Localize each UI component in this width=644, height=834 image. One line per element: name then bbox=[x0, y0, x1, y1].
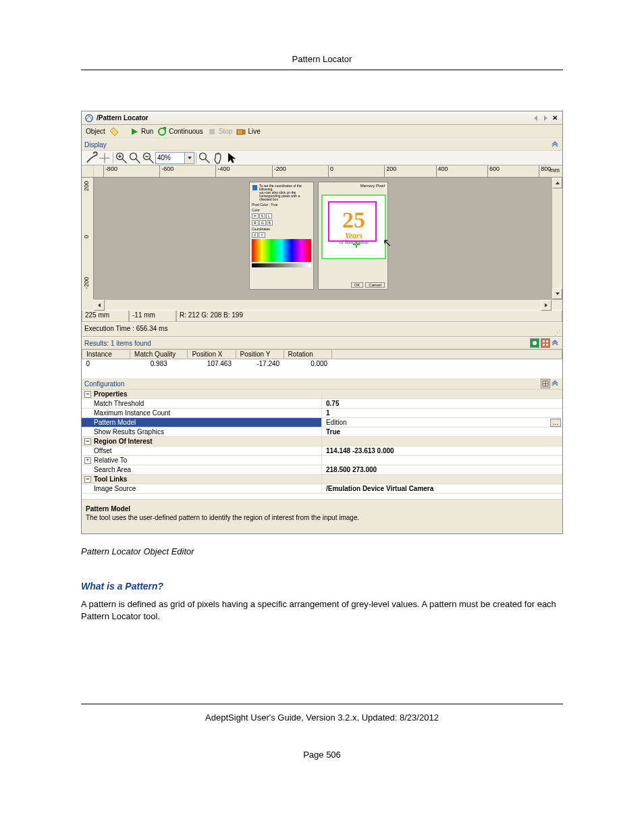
pattern-roi[interactable]: 25 Years of Innovation ✛ ↖ bbox=[321, 194, 386, 259]
hand-icon[interactable] bbox=[211, 151, 225, 165]
svg-rect-9 bbox=[543, 340, 545, 342]
expander-icon[interactable]: + bbox=[84, 457, 91, 464]
status-x: 225 mm bbox=[82, 311, 129, 322]
cell: 0 bbox=[82, 359, 130, 369]
color-rgb-row: R G B bbox=[252, 220, 311, 226]
color-section-label: Color bbox=[252, 208, 311, 212]
config-grid-icon[interactable] bbox=[541, 379, 550, 388]
center-marker: ✛ bbox=[352, 239, 360, 251]
collapse-display-button[interactable] bbox=[550, 140, 560, 149]
prop-show-results-graphics[interactable]: Show Results Graphics True bbox=[82, 427, 562, 437]
svg-rect-2 bbox=[209, 129, 215, 134]
horizontal-ruler: -800 -600 -400 -200 0 200 400 600 800 mm bbox=[82, 165, 562, 178]
col-position-x[interactable]: Position X bbox=[188, 350, 236, 359]
scroll-left-button[interactable] bbox=[94, 300, 105, 311]
horizontal-scrollbar[interactable] bbox=[94, 299, 552, 310]
color-picker-panel: To set the coordinates of the following,… bbox=[249, 182, 314, 290]
crosshair-icon[interactable] bbox=[98, 151, 111, 165]
live-button[interactable]: Live bbox=[236, 127, 260, 136]
group-tool-links[interactable]: −Tool Links bbox=[82, 475, 562, 484]
section-heading: What is a Pattern? bbox=[81, 581, 563, 592]
collapse-results-button[interactable] bbox=[550, 338, 560, 348]
group-roi[interactable]: −Region Of Interest bbox=[82, 437, 562, 446]
zoom-in-icon[interactable] bbox=[115, 151, 128, 165]
help-title: Pattern Model bbox=[86, 505, 558, 513]
expander-icon[interactable]: − bbox=[84, 438, 91, 445]
col-rotation[interactable]: Rotation bbox=[284, 350, 331, 359]
ruler-tick: 200 bbox=[384, 165, 425, 177]
vertical-scrollbar[interactable] bbox=[552, 178, 562, 299]
tools-icon[interactable] bbox=[84, 151, 98, 165]
stop-button: Stop bbox=[207, 127, 233, 136]
results-view-grid-icon[interactable] bbox=[541, 338, 550, 348]
configuration-grid: −Properties Match Threshold 0.75 Maximum… bbox=[82, 390, 562, 499]
svg-point-8 bbox=[533, 341, 537, 345]
status-y: -11 mm bbox=[129, 311, 176, 322]
ruler-tick: 400 bbox=[436, 165, 477, 177]
help-panel: Pattern Model The tool uses the user-def… bbox=[82, 499, 562, 533]
col-match-quality[interactable]: Match Quality bbox=[130, 350, 188, 359]
display-section-header: Display bbox=[82, 138, 562, 151]
svg-point-5 bbox=[130, 153, 137, 159]
collapse-config-button[interactable] bbox=[550, 379, 560, 388]
nav-back-button[interactable] bbox=[533, 115, 539, 122]
results-label: Results: 1 items found bbox=[84, 340, 530, 347]
display-toolbar bbox=[82, 151, 562, 165]
ruler-tick: -200 bbox=[272, 165, 313, 177]
footer-line: AdeptSight User's Guide, Version 3.2.x, … bbox=[81, 712, 563, 723]
expander-icon[interactable]: − bbox=[84, 476, 91, 483]
group-properties[interactable]: −Properties bbox=[82, 390, 562, 399]
zoom-input[interactable] bbox=[155, 152, 185, 164]
object-menu[interactable]: Object bbox=[86, 128, 105, 135]
prop-pattern-model[interactable]: Pattern Model Edition … bbox=[82, 418, 562, 427]
prop-max-instance-count[interactable]: Maximum Instance Count 1 bbox=[82, 409, 562, 418]
app-window: /Pattern Locator ✕ Object Run Continuous… bbox=[81, 111, 563, 534]
window-title: /Pattern Locator bbox=[97, 114, 149, 122]
svg-point-1 bbox=[159, 128, 165, 135]
ruler-tick: -600 bbox=[159, 165, 200, 177]
pointer-icon[interactable] bbox=[225, 151, 238, 165]
zoom-out-icon[interactable] bbox=[142, 151, 155, 165]
configuration-section-header: Configuration bbox=[82, 377, 562, 390]
scroll-down-button[interactable] bbox=[552, 288, 562, 299]
continuous-button[interactable]: Continuous bbox=[157, 127, 203, 136]
coords-row: X Y bbox=[252, 232, 311, 238]
close-button[interactable]: ✕ bbox=[552, 115, 558, 122]
mouse-cursor-icon: ↖ bbox=[383, 236, 392, 249]
zoom-reset-icon[interactable] bbox=[128, 151, 142, 165]
col-position-y[interactable]: Position Y bbox=[236, 350, 284, 359]
inner-selection[interactable] bbox=[328, 201, 377, 242]
col-instance[interactable]: Instance bbox=[82, 350, 130, 359]
ok-button[interactable]: OK bbox=[351, 282, 364, 288]
prop-relative-to[interactable]: + Relative To bbox=[82, 456, 562, 465]
resize-grip-icon[interactable]: ⋰ bbox=[554, 329, 561, 336]
cell: -17.240 bbox=[236, 359, 284, 369]
cell: 107.463 bbox=[188, 359, 236, 369]
lightness-slider[interactable] bbox=[252, 263, 311, 267]
magnify-icon[interactable] bbox=[198, 151, 211, 165]
prop-image-source[interactable]: Image Source /Emulation Device Virtual C… bbox=[82, 484, 562, 494]
main-toolbar: Object Run Continuous Stop Live bbox=[82, 125, 562, 138]
execution-time-bar: Execution Time : 656.34 ms ⋰ bbox=[82, 322, 562, 337]
table-row[interactable]: 0 0.983 107.463 -17.240 0.000 bbox=[82, 359, 562, 369]
app-icon bbox=[84, 113, 94, 123]
nav-forward-button[interactable] bbox=[542, 115, 549, 122]
ruler-tick: -200 bbox=[83, 277, 90, 289]
zoom-dropdown[interactable] bbox=[185, 152, 194, 164]
scroll-up-button[interactable] bbox=[552, 178, 562, 188]
scroll-right-button[interactable] bbox=[541, 300, 552, 311]
prop-search-area[interactable]: Search Area 218.500 273.000 bbox=[82, 465, 562, 475]
hue-gradient[interactable] bbox=[252, 239, 311, 262]
run-button[interactable]: Run bbox=[130, 127, 153, 136]
prop-offset[interactable]: Offset 114.148 -23.613 0.000 bbox=[82, 446, 562, 456]
memory-label: Memory Pixel bbox=[360, 184, 385, 188]
cancel-button[interactable]: Cancel bbox=[365, 282, 385, 288]
results-view-green-icon[interactable] bbox=[530, 338, 539, 348]
browse-button[interactable]: … bbox=[550, 419, 561, 427]
expander-icon[interactable]: − bbox=[84, 391, 91, 398]
image-canvas[interactable]: To set the coordinates of the following,… bbox=[94, 178, 552, 299]
prop-match-threshold[interactable]: Match Threshold 0.75 bbox=[82, 399, 562, 409]
tag-icon[interactable] bbox=[109, 127, 119, 136]
svg-rect-3 bbox=[237, 130, 243, 134]
pattern-preview-panel: Memory Pixel 25 Years of Innovation ✛ ↖ bbox=[318, 182, 388, 290]
